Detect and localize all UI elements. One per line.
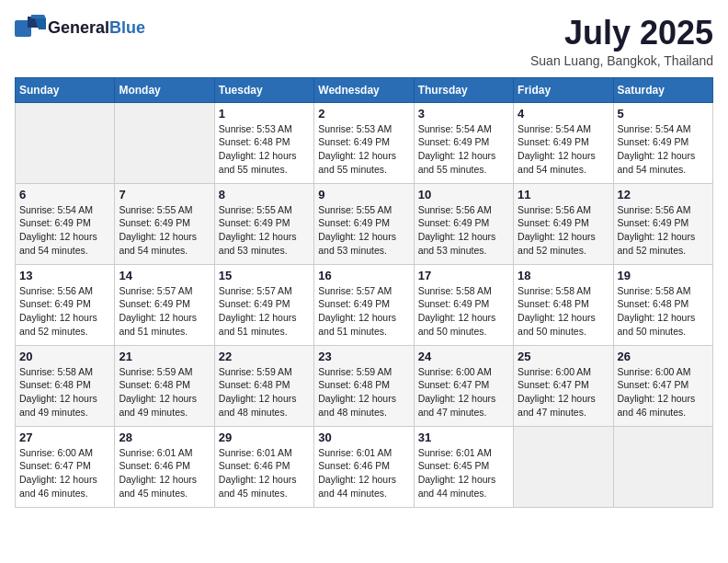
day-info: Sunrise: 5:54 AMSunset: 6:49 PMDaylight:… (518, 122, 609, 177)
day-number: 10 (418, 188, 509, 201)
day-info: Sunrise: 6:00 AMSunset: 6:47 PMDaylight:… (19, 446, 110, 500)
calendar-cell: 11Sunrise: 5:56 AMSunset: 6:49 PMDayligh… (514, 183, 613, 264)
day-number: 25 (518, 350, 609, 363)
calendar-cell: 31Sunrise: 6:01 AMSunset: 6:45 PMDayligh… (414, 426, 513, 507)
day-number: 18 (518, 269, 609, 282)
calendar-week-3: 13Sunrise: 5:56 AMSunset: 6:49 PMDayligh… (16, 264, 713, 345)
calendar-cell: 14Sunrise: 5:57 AMSunset: 6:49 PMDayligh… (115, 264, 214, 345)
calendar-cell: 18Sunrise: 5:58 AMSunset: 6:48 PMDayligh… (514, 264, 613, 345)
calendar-cell: 2Sunrise: 5:53 AMSunset: 6:49 PMDaylight… (314, 102, 414, 183)
calendar-header-sunday: Sunday (16, 77, 115, 102)
day-number: 19 (618, 269, 709, 282)
page-header: GeneralBlue July 2025 Suan Luang, Bangko… (15, 15, 713, 68)
day-info: Sunrise: 5:53 AMSunset: 6:48 PMDaylight:… (219, 122, 310, 177)
day-number: 14 (119, 269, 210, 282)
calendar-cell: 25Sunrise: 6:00 AMSunset: 6:47 PMDayligh… (514, 345, 613, 426)
calendar-header-friday: Friday (514, 77, 613, 102)
calendar-cell: 4Sunrise: 5:54 AMSunset: 6:49 PMDaylight… (514, 102, 613, 183)
calendar-cell: 24Sunrise: 6:00 AMSunset: 6:47 PMDayligh… (414, 345, 513, 426)
day-number: 7 (119, 188, 210, 201)
day-number: 4 (518, 107, 609, 121)
calendar-cell: 16Sunrise: 5:57 AMSunset: 6:49 PMDayligh… (314, 264, 414, 345)
calendar-cell: 5Sunrise: 5:54 AMSunset: 6:49 PMDaylight… (613, 102, 712, 183)
calendar-cell: 6Sunrise: 5:54 AMSunset: 6:49 PMDaylight… (16, 183, 115, 264)
day-info: Sunrise: 5:58 AMSunset: 6:48 PMDaylight:… (518, 284, 609, 339)
day-number: 15 (219, 269, 310, 282)
day-info: Sunrise: 6:01 AMSunset: 6:46 PMDaylight:… (318, 446, 409, 500)
calendar-header-monday: Monday (115, 77, 214, 102)
calendar-cell: 29Sunrise: 6:01 AMSunset: 6:46 PMDayligh… (214, 426, 313, 507)
day-info: Sunrise: 6:01 AMSunset: 6:45 PMDaylight:… (418, 446, 509, 500)
svg-marker-2 (31, 15, 46, 18)
calendar-header-tuesday: Tuesday (214, 77, 313, 102)
calendar-week-4: 20Sunrise: 5:58 AMSunset: 6:48 PMDayligh… (16, 345, 713, 426)
calendar-cell: 13Sunrise: 5:56 AMSunset: 6:49 PMDayligh… (16, 264, 115, 345)
calendar-cell (613, 426, 712, 507)
day-number: 9 (318, 188, 409, 201)
day-info: Sunrise: 5:57 AMSunset: 6:49 PMDaylight:… (119, 284, 210, 339)
day-number: 6 (19, 188, 110, 201)
calendar-cell: 9Sunrise: 5:55 AMSunset: 6:49 PMDaylight… (314, 183, 414, 264)
day-number: 28 (119, 431, 210, 444)
calendar-cell: 15Sunrise: 5:57 AMSunset: 6:49 PMDayligh… (214, 264, 313, 345)
calendar-week-5: 27Sunrise: 6:00 AMSunset: 6:47 PMDayligh… (16, 426, 713, 507)
calendar-week-1: 1Sunrise: 5:53 AMSunset: 6:48 PMDaylight… (16, 102, 713, 183)
day-number: 24 (418, 350, 509, 363)
day-info: Sunrise: 5:57 AMSunset: 6:49 PMDaylight:… (219, 284, 310, 339)
day-info: Sunrise: 5:56 AMSunset: 6:49 PMDaylight:… (618, 203, 709, 258)
calendar-cell: 27Sunrise: 6:00 AMSunset: 6:47 PMDayligh… (16, 426, 115, 507)
day-info: Sunrise: 5:54 AMSunset: 6:49 PMDaylight:… (19, 203, 110, 258)
day-info: Sunrise: 5:54 AMSunset: 6:49 PMDaylight:… (418, 122, 509, 177)
logo: GeneralBlue (15, 15, 145, 40)
logo-general-text: General (48, 18, 109, 37)
day-info: Sunrise: 6:00 AMSunset: 6:47 PMDaylight:… (618, 365, 709, 419)
day-info: Sunrise: 5:56 AMSunset: 6:49 PMDaylight:… (518, 203, 609, 258)
day-number: 26 (618, 350, 709, 363)
day-number: 12 (618, 188, 709, 201)
day-number: 5 (618, 107, 709, 121)
logo-blue-text: Blue (109, 18, 145, 37)
day-number: 29 (219, 431, 310, 444)
calendar-cell: 3Sunrise: 5:54 AMSunset: 6:49 PMDaylight… (414, 102, 513, 183)
day-number: 23 (318, 350, 409, 363)
day-number: 16 (318, 269, 409, 282)
day-number: 30 (318, 431, 409, 444)
day-info: Sunrise: 5:58 AMSunset: 6:49 PMDaylight:… (418, 284, 509, 339)
day-number: 3 (418, 107, 509, 121)
calendar-cell: 30Sunrise: 6:01 AMSunset: 6:46 PMDayligh… (314, 426, 414, 507)
day-info: Sunrise: 6:01 AMSunset: 6:46 PMDaylight:… (119, 446, 210, 500)
calendar-cell: 1Sunrise: 5:53 AMSunset: 6:48 PMDaylight… (214, 102, 313, 183)
day-info: Sunrise: 5:59 AMSunset: 6:48 PMDaylight:… (219, 365, 310, 419)
calendar-cell: 20Sunrise: 5:58 AMSunset: 6:48 PMDayligh… (16, 345, 115, 426)
day-info: Sunrise: 6:00 AMSunset: 6:47 PMDaylight:… (518, 365, 609, 419)
calendar-cell (16, 102, 115, 183)
day-info: Sunrise: 5:58 AMSunset: 6:48 PMDaylight:… (618, 284, 709, 339)
calendar-header-wednesday: Wednesday (314, 77, 414, 102)
day-info: Sunrise: 6:00 AMSunset: 6:47 PMDaylight:… (418, 365, 509, 419)
calendar-cell: 8Sunrise: 5:55 AMSunset: 6:49 PMDaylight… (214, 183, 313, 264)
calendar-cell (115, 102, 214, 183)
day-info: Sunrise: 5:59 AMSunset: 6:48 PMDaylight:… (119, 365, 210, 419)
day-number: 1 (219, 107, 310, 121)
calendar-cell (514, 426, 613, 507)
calendar-cell: 28Sunrise: 6:01 AMSunset: 6:46 PMDayligh… (115, 426, 214, 507)
calendar-cell: 12Sunrise: 5:56 AMSunset: 6:49 PMDayligh… (613, 183, 712, 264)
day-number: 22 (219, 350, 310, 363)
day-info: Sunrise: 5:54 AMSunset: 6:49 PMDaylight:… (618, 122, 709, 177)
calendar-cell: 19Sunrise: 5:58 AMSunset: 6:48 PMDayligh… (613, 264, 712, 345)
day-info: Sunrise: 5:56 AMSunset: 6:49 PMDaylight:… (418, 203, 509, 258)
day-number: 8 (219, 188, 310, 201)
day-info: Sunrise: 5:55 AMSunset: 6:49 PMDaylight:… (119, 203, 210, 258)
calendar-cell: 7Sunrise: 5:55 AMSunset: 6:49 PMDaylight… (115, 183, 214, 264)
calendar-cell: 23Sunrise: 5:59 AMSunset: 6:48 PMDayligh… (314, 345, 414, 426)
day-info: Sunrise: 6:01 AMSunset: 6:46 PMDaylight:… (219, 446, 310, 500)
day-info: Sunrise: 5:57 AMSunset: 6:49 PMDaylight:… (318, 284, 409, 339)
day-info: Sunrise: 5:53 AMSunset: 6:49 PMDaylight:… (318, 122, 409, 177)
day-number: 11 (518, 188, 609, 201)
day-info: Sunrise: 5:56 AMSunset: 6:49 PMDaylight:… (19, 284, 110, 339)
day-number: 31 (418, 431, 509, 444)
calendar-week-2: 6Sunrise: 5:54 AMSunset: 6:49 PMDaylight… (16, 183, 713, 264)
calendar-cell: 21Sunrise: 5:59 AMSunset: 6:48 PMDayligh… (115, 345, 214, 426)
day-number: 13 (19, 269, 110, 282)
calendar-header-thursday: Thursday (414, 77, 513, 102)
